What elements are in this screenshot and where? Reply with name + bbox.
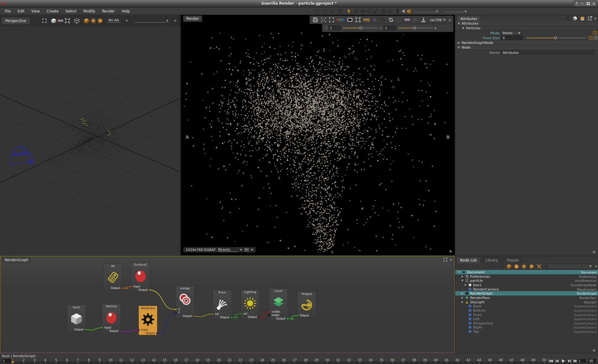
wireframe-mode-icon[interactable] (74, 18, 80, 24)
world-icon[interactable] (406, 8, 412, 14)
tree-row-box1[interactable]: ▶box1SceneGraphNode (455, 283, 598, 287)
exposure-slider[interactable] (343, 26, 378, 30)
node-port-x[interactable]: X (176, 308, 194, 311)
stereo-view-icon[interactable] (404, 17, 410, 23)
exposure-field[interactable] (329, 26, 341, 30)
section-particles[interactable]: ▼ Particles (455, 26, 598, 31)
tree-row-bottom[interactable]: BottomSystemCamera (455, 308, 598, 313)
back-arrow-icon[interactable] (401, 8, 406, 14)
graph-node-trace[interactable]: TracesetOutput (212, 290, 232, 319)
expand-arrow-icon[interactable]: ▶ (462, 296, 463, 299)
aa-mode-dropdown[interactable]: No AA (107, 18, 120, 22)
fullscreen-icon[interactable] (443, 257, 448, 262)
previous-frame-button[interactable] (554, 358, 560, 363)
stop-icon[interactable] (396, 17, 402, 23)
attributes-tab[interactable]: Attributes (457, 16, 481, 22)
tree-row-particle[interactable]: ▼particleArchReference (455, 278, 598, 283)
port-dot[interactable] (175, 312, 177, 314)
more-options-icon[interactable]: ▶ (174, 19, 177, 22)
tree-row-renderpass[interactable]: ▶RenderPassRenderPass (455, 295, 598, 300)
section-node[interactable]: ▼ Node (455, 45, 598, 50)
more-options-icon[interactable]: ▶ (595, 265, 597, 268)
more-options-icon[interactable]: ▶ (435, 26, 437, 30)
timeline[interactable]: 1234567891011121314151617181920212223242… (0, 358, 598, 364)
port-dot[interactable] (121, 287, 123, 289)
port-dot[interactable] (240, 313, 242, 315)
lights-toggle-icon[interactable] (90, 18, 96, 24)
port-dot[interactable] (101, 327, 103, 329)
port-dot[interactable] (175, 308, 177, 310)
go-to-start-button[interactable] (548, 358, 553, 363)
port-dot[interactable] (268, 314, 270, 316)
gamma-slider[interactable] (398, 26, 433, 30)
port-dot[interactable] (258, 316, 260, 318)
expand-arrow-icon[interactable]: ▶ (462, 275, 463, 278)
tab-passes[interactable]: Passes (503, 257, 522, 263)
fullscreen-icon[interactable] (41, 18, 47, 24)
ab-compare-marker-a[interactable]: A (186, 135, 189, 139)
play-button[interactable] (561, 358, 566, 363)
graph-node-box1[interactable]: box1Output (67, 305, 86, 331)
range-start-field[interactable] (577, 358, 586, 363)
colorspace-dropdown[interactable]: rec709 ▼ (429, 17, 447, 22)
select-tool-icon[interactable] (347, 8, 352, 14)
graph-node-merge[interactable]: mergeXYOutput (176, 286, 194, 318)
node-port-matte[interactable]: matte (269, 314, 287, 317)
ab-compare-marker-b[interactable]: B (446, 135, 450, 139)
node-port-output[interactable]: Output (241, 315, 259, 319)
tree-row-rendercamera[interactable]: RenderCameraMayaCamera (455, 287, 598, 291)
tree-row-left[interactable]: LeftSystemCamera (455, 317, 598, 321)
port-dot[interactable] (156, 332, 158, 334)
plugin-tool-icon[interactable] (387, 8, 393, 14)
node-port-set[interactable]: set (241, 312, 259, 315)
tree-row-document[interactable]: ▼DocumentDocument (455, 270, 598, 274)
layer-dropdown[interactable]: All (244, 248, 249, 252)
window-close-button[interactable]: × (592, 1, 595, 6)
save-image-icon[interactable] (312, 17, 318, 23)
port-dot[interactable] (230, 316, 233, 319)
graph-node-particle[interactable]: ParticleInputOutput (102, 304, 121, 333)
channel-dropdown[interactable]: Beauty (218, 248, 238, 252)
port-dot[interactable] (138, 329, 140, 331)
viewport-3d-area[interactable] (0, 26, 180, 255)
name-field[interactable]: Attributes (501, 50, 595, 54)
rect-select-icon[interactable] (322, 8, 328, 14)
port-dot[interactable] (268, 311, 270, 313)
port-dot[interactable] (193, 315, 195, 317)
graph-node-surface2[interactable]: Surface2InputOutput (131, 262, 150, 292)
node-port-input[interactable]: Input (131, 285, 150, 288)
tab-node-list[interactable]: Node List (457, 257, 480, 263)
auto-refresh-icon[interactable] (380, 17, 386, 23)
frame-select-icon[interactable] (64, 18, 70, 24)
node-port-input[interactable]: Input (102, 326, 121, 329)
tree-row-preferences[interactable]: ▶PreferencesPreferences (455, 274, 598, 279)
toolbar-dropdown-1[interactable] (415, 12, 439, 12)
expand-arrow-icon[interactable]: ▶ (462, 292, 463, 295)
port-dot[interactable] (149, 289, 151, 291)
menu-view[interactable]: View (28, 8, 43, 15)
rotate-tool-icon[interactable] (366, 8, 372, 14)
stereo-icon[interactable] (58, 18, 64, 24)
rerender-icon[interactable] (388, 17, 394, 23)
range-end-field[interactable] (588, 358, 597, 363)
circle-select-icon[interactable] (315, 8, 320, 14)
filter-cameras-icon[interactable] (529, 264, 534, 269)
hq-toggle-button[interactable]: HQ (363, 17, 370, 22)
node-port-output[interactable]: Output (176, 314, 194, 318)
pick-tool-icon[interactable] (353, 8, 359, 14)
menu-help[interactable]: Help (118, 8, 133, 15)
current-frame-field[interactable] (1, 358, 12, 363)
port-dot[interactable] (211, 313, 214, 315)
collapse-arrow-icon[interactable]: ▼ (458, 271, 460, 273)
menu-file[interactable]: File (1, 8, 14, 15)
section-rendergraphnode[interactable]: ▶ RenderGraphNode (455, 40, 598, 45)
tree-row-top[interactable]: TopSystemCamera (455, 329, 598, 334)
more-options-icon[interactable]: ▶ (449, 18, 451, 21)
port-dot[interactable] (287, 318, 289, 320)
port-dot[interactable] (130, 286, 132, 288)
open-external-icon[interactable] (587, 16, 593, 21)
tree-row-perspective[interactable]: PerspectiveSystemCamera (455, 321, 598, 325)
menu-modify[interactable]: Modify (80, 8, 99, 15)
tree-row-skylight[interactable]: ▶SkyLightSkyLight (455, 300, 598, 304)
alpha-view-icon[interactable] (347, 17, 353, 23)
